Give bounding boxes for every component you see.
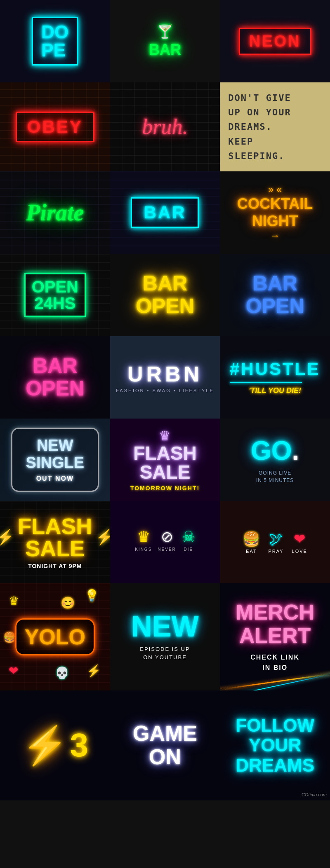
flashsale-purple-cell: ♛ FLASHSALE TOMORROW NIGHT! (110, 419, 220, 501)
dope-line1: DO (41, 23, 68, 41)
eatpray-item-0: 🍔 EAT (243, 531, 260, 554)
hustle-sub: 'TILL YOU DIE! (230, 386, 320, 395)
cocktail-text: COCKTAILNIGHT (237, 195, 313, 230)
kings-label-1: NEVER (158, 547, 176, 552)
yolo-icon-burger: 🍔 (3, 632, 16, 643)
kings-icon-0: ♛ (135, 528, 152, 545)
newsingle-cell: NEWSINGLE OUT NOW (0, 419, 110, 501)
dope-line2: PE (41, 41, 68, 59)
eatpray-cell: 🍔 EAT 🕊 PRAY ❤ LOVE (220, 501, 330, 583)
follow-text: FOLLOWYOURDREAMS (236, 716, 314, 775)
cocktail-prefix: » « (237, 184, 313, 195)
eatpray-item-2: ❤ LOVE (292, 531, 307, 554)
love-label: LOVE (292, 549, 307, 554)
newsingle-main: NEWSINGLE (23, 437, 87, 472)
go-container: GO. GOING LIVEIN 5 MINUTES (251, 435, 299, 484)
flashsale-dark-row: ⚡ FLASHSALE ⚡ (0, 515, 110, 559)
dope-sign: DO PE (32, 17, 78, 66)
newsingle-sub: OUT NOW (23, 475, 87, 482)
followdreams-cell: FOLLOWYOURDREAMS (220, 690, 330, 800)
kings-item-1: ⊘ NEVER (158, 528, 176, 552)
neon-cell: NEON (220, 0, 330, 82)
bar1-cell: 🍸 BAR (110, 0, 220, 82)
pray-label: PRAY (268, 549, 283, 554)
lightning-cell: ⚡ 3 (0, 690, 110, 800)
kings-icon-2: ☠ (182, 528, 195, 545)
hustle-container: #HUSTLE 'TILL YOU DIE! (230, 359, 320, 395)
lightning-num: 3 (70, 726, 89, 764)
go-cell: GO. GOING LIVEIN 5 MINUTES (220, 419, 330, 501)
eat-label: EAT (243, 549, 260, 554)
pirate-cell: Pirate (0, 171, 110, 254)
go-sub: GOING LIVEIN 5 MINUTES (251, 469, 299, 484)
urbn-cell: URBN FASHION • SWAG • LIFESTYLE (110, 336, 220, 419)
eatpray-item-1: 🕊 PRAY (268, 531, 283, 554)
yolo-icon-smile: 😊 (61, 596, 75, 610)
baropen-gold-text: BAROPEN (136, 272, 194, 318)
bar1-glass: 🍸 (157, 24, 173, 40)
hustle-cell: #HUSTLE 'TILL YOU DIE! (220, 336, 330, 419)
lightning-bolt: ⚡ (22, 727, 68, 764)
dreams-cell: DON'T GIVEUP ON YOURDREAMS.KEEPSLEEPING. (220, 82, 330, 171)
new-ep-main: NEW (131, 612, 198, 641)
hustle-line (230, 382, 302, 383)
newsingle-box: NEWSINGLE OUT NOW (11, 428, 99, 492)
obey-sign: OBEY (16, 112, 94, 142)
merch-main: MERCHALERT (236, 601, 314, 648)
dope-cell: DO PE (0, 0, 110, 82)
kings-item-2: ☠ DIE (182, 528, 195, 552)
cocktail-suffix: → (237, 230, 313, 241)
go-text: GO. (251, 435, 299, 466)
flashsale-dark-container: ⚡ FLASHSALE ⚡ TONIGHT AT 9PM (0, 515, 110, 569)
merch-container: MERCHALERT CHECK LINKIN BIO (236, 601, 314, 673)
baropen-pink-cell: BAROPEN (0, 336, 110, 419)
yolo-icon-bolt: ⚡ (87, 664, 101, 678)
yolo-main: YOLO (15, 618, 95, 655)
baropen-pink-text: BAROPEN (26, 355, 84, 400)
new-episode-container: NEW EPISODE IS UPON YOUTUBE (131, 612, 198, 661)
dreams-text: DON'T GIVEUP ON YOURDREAMS.KEEPSLEEPING. (228, 91, 291, 163)
hustle-main: #HUSTLE (230, 359, 320, 379)
bolt-left: ⚡ (0, 529, 14, 546)
bar2-cell: BAR (110, 171, 220, 254)
laser-orange (220, 673, 330, 690)
bolt-right: ⚡ (95, 529, 110, 546)
cocktail-container: » « COCKTAILNIGHT → (237, 184, 313, 241)
baropen-gold-cell: BAROPEN (110, 254, 220, 336)
bar2-sign: BAR (131, 197, 199, 228)
neon-sign: NEON (239, 28, 311, 55)
flashsale-dark-main: FLASHSALE (18, 515, 92, 559)
pirate-text: Pirate (26, 199, 84, 226)
go-dot: . (292, 436, 299, 466)
kings-icon-1: ⊘ (158, 528, 176, 545)
baropen-blue-text: BAROPEN (246, 272, 304, 318)
open24-text: OPEN24HS (32, 278, 78, 311)
urbn-main: URBN (116, 362, 214, 386)
flashsale-main: FLASHSALE (130, 444, 200, 482)
love-icon: ❤ (292, 531, 307, 547)
kings-row: ♛ KINGS ⊘ NEVER ☠ DIE (135, 528, 195, 552)
open24-cell: OPEN24HS (0, 254, 110, 336)
yolo-text: YOLO (25, 625, 85, 649)
eat-icon: 🍔 (243, 531, 260, 547)
kings-item-0: ♛ KINGS (135, 528, 152, 552)
urbn-sub: FASHION • SWAG • LIFESTYLE (116, 388, 214, 393)
bruh-text: bruh. (142, 115, 188, 139)
kings-label-2: DIE (182, 547, 195, 552)
flashsale-dark-cell: ⚡ FLASHSALE ⚡ TONIGHT AT 9PM (0, 501, 110, 583)
lightning-container: ⚡ 3 (22, 726, 89, 764)
watermark: CGtimo.com (302, 792, 327, 797)
yolo-icon-heart: ❤ (9, 664, 18, 678)
bar1-container: 🍸 BAR (149, 24, 181, 58)
urbn-container: URBN FASHION • SWAG • LIFESTYLE (116, 362, 214, 393)
obey-cell: OBEY (0, 82, 110, 171)
bruh-cell: bruh. (110, 82, 220, 171)
flashsale-sub: TOMORROW NIGHT! (130, 485, 200, 491)
open24-sign: OPEN24HS (24, 273, 86, 317)
cocktail-cell: » « COCKTAILNIGHT → (220, 171, 330, 254)
new-ep-sub: EPISODE IS UPON YOUTUBE (131, 645, 198, 661)
gameon-cell: GAMEON (110, 690, 220, 800)
new-episode-cell: NEW EPISODE IS UPON YOUTUBE (110, 583, 220, 690)
yolo-icon-bulb: 💡 (85, 589, 99, 602)
flashsale-dark-sub: TONIGHT AT 9PM (0, 563, 110, 569)
